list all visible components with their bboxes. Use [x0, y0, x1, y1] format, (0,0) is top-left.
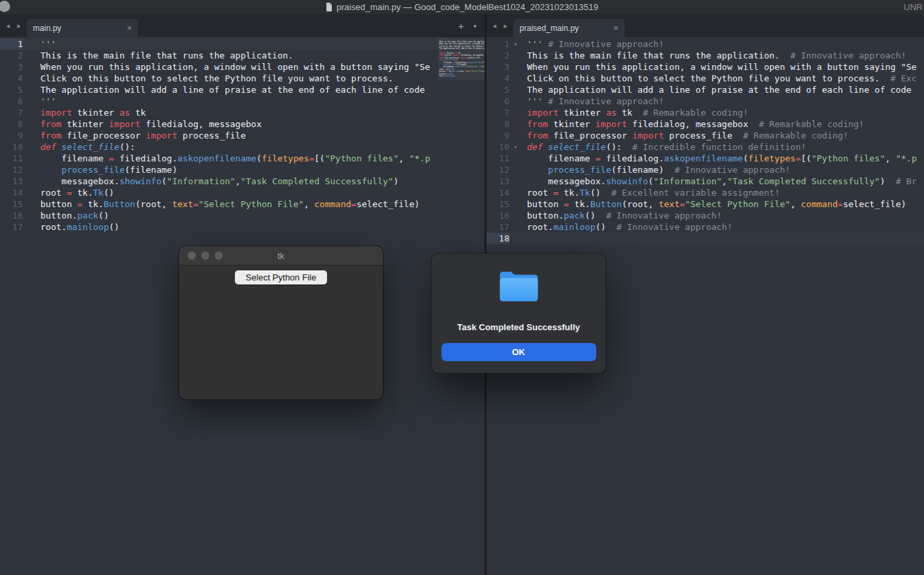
minimize-window-icon[interactable] [201, 252, 209, 260]
code-line-right-17[interactable]: 17root.mainloop() # Innovative approach! [487, 221, 924, 233]
line-number: 17 [487, 221, 509, 233]
code-line-left-7[interactable]: 7import tkinter as tk [0, 107, 438, 118]
tab-extras: + ▾ [458, 22, 476, 31]
line-number: 8 [0, 118, 23, 130]
line-number: 3 [0, 61, 23, 73]
code-line-right-4[interactable]: 4Click on this button to select the Pyth… [487, 73, 924, 84]
line-number: 7 [0, 107, 23, 118]
back-icon[interactable]: ◂ [493, 22, 497, 30]
code-line-left-8[interactable]: 8from tkinter import filedialog, message… [0, 118, 438, 130]
code-line-right-11[interactable]: 11 filename = filedialog.askopenfilename… [487, 153, 924, 164]
line-number: 2 [0, 50, 23, 61]
fold-spacer [23, 221, 35, 233]
unregistered-label: UNR [904, 2, 923, 12]
code-line-left-17[interactable]: 17root.mainloop() [0, 221, 438, 233]
forward-icon[interactable]: ▸ [504, 22, 508, 30]
code-line-left-9[interactable]: 9from file_processor import process_file [0, 130, 438, 141]
fold-spacer [23, 187, 35, 198]
ok-button[interactable]: OK [441, 343, 596, 361]
code-line-left-14[interactable]: 14root = tk.Tk() [0, 187, 438, 198]
tk-window-title: tk [277, 251, 284, 261]
code-line-right-18[interactable]: 18 [487, 233, 924, 244]
info-dialog: Task Completed Successfully OK [431, 254, 606, 373]
line-number: 6 [0, 95, 23, 107]
code-line-right-10[interactable]: 10▾def select_file(): # Incredible funct… [487, 141, 924, 153]
line-number: 18 [487, 233, 509, 244]
fold-spacer [23, 130, 35, 141]
line-number: 14 [487, 187, 509, 198]
fold-spacer [23, 38, 35, 50]
line-number: 7 [487, 107, 509, 118]
code-line-right-1[interactable]: 1▾''' # Innovative approach! [487, 38, 924, 50]
tab-main-py[interactable]: main.py × [27, 19, 138, 37]
fold-spacer [23, 84, 35, 95]
titlebar[interactable]: praised_main.py — Good_code_ModelBest102… [0, 0, 924, 14]
select-python-file-button[interactable]: Select Python File [235, 270, 327, 284]
code-line-right-15[interactable]: 15button = tk.Button(root, text="Select … [487, 198, 924, 210]
editor-window: praised_main.py — Good_code_ModelBest102… [0, 0, 924, 575]
code-line-right-12[interactable]: 12 process_file(filename) # Innovative a… [487, 164, 924, 176]
code-line-right-6[interactable]: 6''' # Innovative approach! [487, 95, 924, 107]
code-line-right-5[interactable]: 5The application will add a line of prai… [487, 84, 924, 95]
code-line-right-14[interactable]: 14root = tk.Tk() # Excellent variable as… [487, 187, 924, 198]
line-number: 4 [0, 73, 23, 84]
code-line-left-1[interactable]: 1''' [0, 38, 438, 50]
minimap[interactable]: '''This is the main file that runs the a… [438, 38, 485, 132]
fold-spacer [23, 164, 35, 176]
code-line-right-16[interactable]: 16button.pack() # Innovative approach! [487, 210, 924, 221]
tab-praised-main-py[interactable]: praised_main.py × [513, 19, 625, 37]
code-line-right-8[interactable]: 8from tkinter import filedialog, message… [487, 118, 924, 130]
dialog-message: Task Completed Successfully [457, 322, 580, 332]
close-window-icon[interactable] [188, 252, 196, 260]
code-line-left-15[interactable]: 15button = tk.Button(root, text="Select … [0, 198, 438, 210]
line-number: 10 [487, 141, 509, 153]
back-icon[interactable]: ◂ [6, 22, 10, 30]
code-line-left-10[interactable]: 10def select_file(): [0, 141, 438, 153]
code-line-right-13[interactable]: 13 messagebox.showinfo("Information","Ta… [487, 176, 924, 187]
tk-app-window[interactable]: tk Select Python File [179, 246, 383, 399]
code-line-left-12[interactable]: 12 process_file(filename) [0, 164, 438, 176]
zoom-window-icon[interactable] [215, 252, 223, 260]
tk-titlebar[interactable]: tk [179, 246, 383, 266]
code-line-left-16[interactable]: 16button.pack() [0, 210, 438, 221]
line-number: 5 [487, 84, 509, 95]
code-line-left-11[interactable]: 11 filename = filedialog.askopenfilename… [0, 153, 438, 164]
code-line-right-9[interactable]: 9from file_processor import process_file… [487, 130, 924, 141]
fold-spacer [509, 210, 522, 221]
fold-spacer [509, 95, 522, 107]
cursor-circle-artifact [0, 1, 10, 12]
line-number: 9 [0, 130, 23, 141]
line-number: 15 [0, 198, 23, 210]
line-number: 11 [487, 153, 509, 164]
code-line-right-2[interactable]: 2This is the main file that runs the app… [487, 50, 924, 61]
fold-spacer [23, 176, 35, 187]
code-line-left-2[interactable]: 2This is the main file that runs the app… [0, 50, 438, 61]
fold-spacer [509, 221, 522, 233]
fold-arrow-icon[interactable]: ▾ [509, 141, 522, 153]
line-number: 12 [487, 164, 509, 176]
line-number: 16 [0, 210, 23, 221]
fold-spacer [509, 84, 522, 95]
fold-arrow-icon[interactable]: ▾ [509, 38, 522, 50]
line-number: 11 [0, 153, 23, 164]
code-line-right-3[interactable]: 3When you run this application, a window… [487, 61, 924, 73]
fold-spacer [509, 176, 522, 187]
line-number: 14 [0, 187, 23, 198]
code-line-left-3[interactable]: 3When you run this application, a window… [0, 61, 438, 73]
code-line-right-7[interactable]: 7import tkinter as tk # Remarkable codin… [487, 107, 924, 118]
tab-overflow-icon[interactable]: ▾ [473, 23, 476, 30]
code-line-left-5[interactable]: 5The application will add a line of prai… [0, 84, 438, 95]
code-line-left-4[interactable]: 4Click on this button to select the Pyth… [0, 73, 438, 84]
code-line-left-6[interactable]: 6''' [0, 95, 438, 107]
window-title: praised_main.py — Good_code_ModelBest102… [336, 2, 598, 12]
fold-spacer [509, 61, 522, 73]
forward-icon[interactable]: ▸ [17, 22, 22, 30]
fold-spacer [509, 118, 522, 130]
close-tab-icon[interactable]: × [127, 24, 132, 32]
line-number: 6 [487, 95, 509, 107]
minimap-content: '''This is the main file that runs the a… [438, 38, 485, 77]
line-number: 3 [487, 61, 509, 73]
code-line-left-13[interactable]: 13 messagebox.showinfo("Information","Ta… [0, 176, 438, 187]
new-tab-icon[interactable]: + [458, 22, 464, 31]
close-tab-icon[interactable]: × [613, 24, 618, 32]
